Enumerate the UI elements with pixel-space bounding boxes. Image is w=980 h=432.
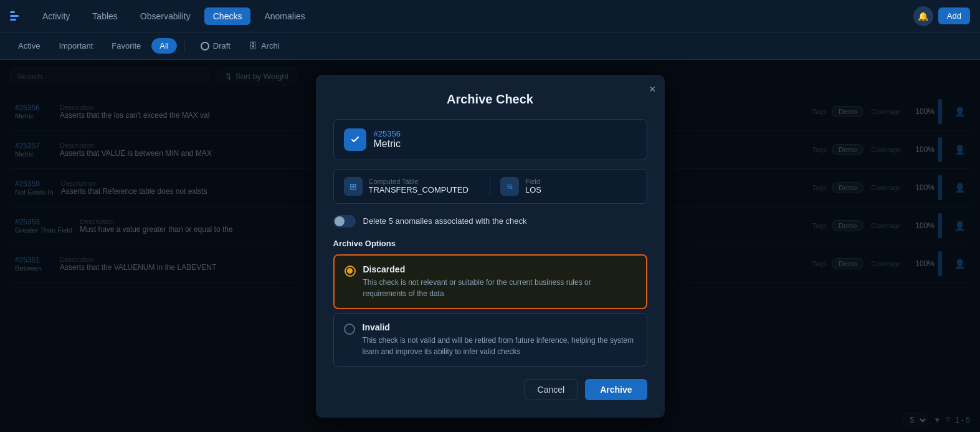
option-invalid[interactable]: Invalid This check is not valid and will… [333, 313, 647, 367]
field-value: LOS [525, 185, 541, 194]
tab-activity[interactable]: Activity [34, 7, 78, 25]
archive-modal: × Archive Check #25356 Metric ⊞ [316, 75, 665, 418]
filter-favorite[interactable]: Favorite [103, 38, 149, 54]
filter-active[interactable]: Active [10, 38, 48, 54]
option-discarded[interactable]: Discarded This check is not relevant or … [333, 254, 647, 309]
cancel-button[interactable]: Cancel [525, 379, 578, 400]
add-button[interactable]: Add [938, 7, 970, 24]
archive-label: Archi [261, 41, 280, 50]
logo [10, 11, 19, 21]
separator [184, 40, 185, 52]
field-icon: ½ [500, 177, 519, 196]
draft-icon [201, 42, 209, 50]
delete-anomalies-row: Delete 5 anomalies associated with the c… [333, 215, 647, 228]
filter-all[interactable]: All [151, 38, 176, 54]
tab-observability[interactable]: Observability [131, 7, 199, 25]
option-discarded-desc: This check is not relevant or suitable f… [363, 277, 636, 299]
draft-label: Draft [213, 41, 231, 50]
modal-close-button[interactable]: × [649, 84, 656, 95]
option-discarded-title: Discarded [363, 264, 636, 274]
modal-footer: Cancel Archive [333, 379, 647, 400]
archive-options-label: Archive Options [333, 239, 647, 248]
modal-check-type: Metric [374, 138, 401, 150]
draft-filter[interactable]: Draft [193, 38, 239, 54]
option-invalid-title: Invalid [363, 322, 637, 332]
nav-right: 🔔 Add [913, 6, 970, 26]
field-details: Field LOS [525, 178, 541, 194]
sub-nav: Active Important Favorite All Draft 🗄 Ar… [0, 32, 980, 60]
option-invalid-content: Invalid This check is not valid and will… [363, 322, 637, 357]
top-nav: Activity Tables Observability Checks Ano… [0, 0, 980, 32]
radio-invalid [344, 324, 355, 335]
field-info: ½ Field LOS [490, 177, 637, 196]
toggle-label: Delete 5 anomalies associated with the c… [363, 216, 527, 226]
archive-filter[interactable]: 🗄 Archi [241, 38, 288, 54]
modal-check-info: #25356 Metric [333, 119, 647, 160]
toggle-knob [335, 216, 345, 226]
field-label: Field [525, 178, 541, 185]
option-invalid-desc: This check is not valid and will be reti… [363, 335, 637, 357]
computed-table-info: ⊞ Computed Table TRANSFERS_COMPUTED [344, 177, 491, 196]
modal-overlay: × Archive Check #25356 Metric ⊞ [0, 60, 980, 432]
check-type-icon [344, 128, 366, 151]
tab-anomalies[interactable]: Anomalies [255, 7, 313, 25]
tab-tables[interactable]: Tables [83, 7, 126, 25]
modal-title: Archive Check [333, 92, 647, 107]
computed-table-label: Computed Table [369, 178, 469, 185]
option-discarded-content: Discarded This check is not relevant or … [363, 264, 636, 299]
modal-table-field: ⊞ Computed Table TRANSFERS_COMPUTED ½ Fi… [333, 169, 647, 204]
delete-anomalies-toggle[interactable] [333, 215, 356, 228]
archive-confirm-button[interactable]: Archive [585, 379, 647, 400]
table-details: Computed Table TRANSFERS_COMPUTED [369, 178, 469, 194]
modal-check-id: #25356 [374, 129, 401, 138]
logo-icon [10, 11, 19, 21]
filter-important[interactable]: Important [50, 38, 101, 54]
radio-discarded-fill [347, 268, 353, 274]
table-icon: ⊞ [344, 177, 363, 196]
computed-table-value: TRANSFERS_COMPUTED [369, 185, 469, 194]
main-area: ⇅ Sort by Weight #25356 Metric Descripti… [0, 60, 980, 432]
tab-checks[interactable]: Checks [204, 7, 251, 25]
modal-check-details: #25356 Metric [374, 129, 401, 150]
radio-discarded [345, 266, 356, 277]
notification-button[interactable]: 🔔 [913, 6, 933, 26]
